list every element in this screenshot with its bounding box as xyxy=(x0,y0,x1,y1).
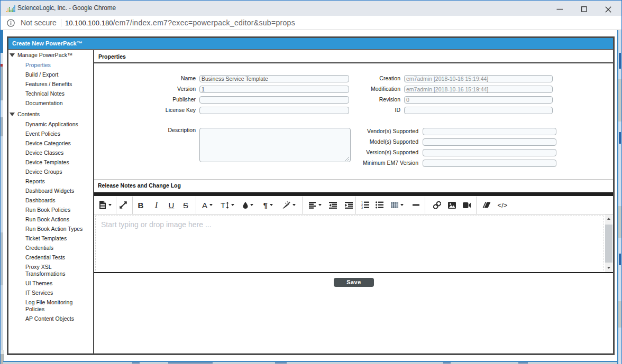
svg-text:3: 3 xyxy=(361,206,363,209)
